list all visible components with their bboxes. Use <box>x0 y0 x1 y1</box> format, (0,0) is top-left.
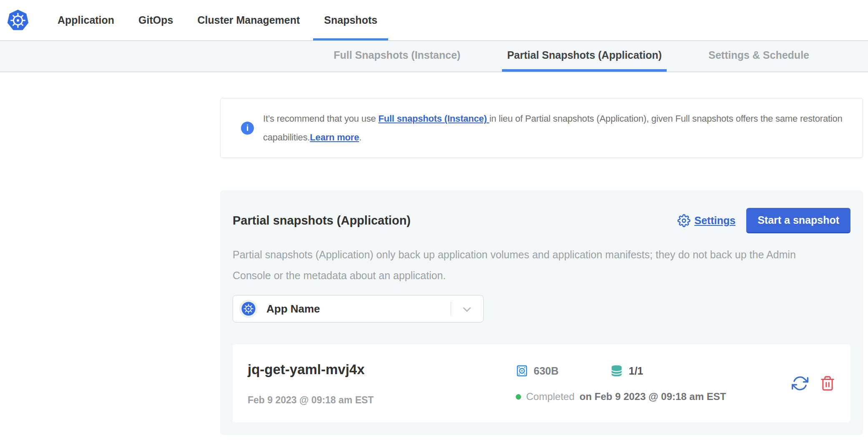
settings-link[interactable]: Settings <box>677 214 736 227</box>
chevron-down-icon <box>461 303 473 316</box>
select-divider <box>451 302 451 316</box>
snapshot-name: jq-get-yaml-mvj4x <box>248 361 516 378</box>
status-dot-icon <box>516 394 521 400</box>
kubernetes-icon <box>241 301 256 316</box>
snapshot-size: 630B <box>516 365 610 377</box>
restore-snapshot-button[interactable] <box>792 375 808 392</box>
status-label: Completed <box>526 391 574 402</box>
snapshot-stats-line: 630B 1/1 <box>516 364 726 378</box>
panel-actions: Settings Start a snapshot <box>677 208 851 233</box>
snapshot-stats: 630B 1/1 Completed on Feb 9 2023 @ 09:18… <box>516 364 726 402</box>
app-name-select[interactable]: App Name <box>233 295 484 322</box>
snapshot-row: jq-get-yaml-mvj4x Feb 9 2023 @ 09:18 am … <box>233 344 850 422</box>
delete-snapshot-button[interactable] <box>820 375 835 391</box>
snapshot-actions <box>792 375 835 392</box>
snapshot-volumes: 1/1 <box>610 364 643 378</box>
tab-settings-schedule[interactable]: Settings & Schedule <box>703 41 814 72</box>
snapshot-size-value: 630B <box>534 365 559 377</box>
info-banner: i It’s recommend that you use Full snaps… <box>220 98 863 158</box>
nav-item-gitops[interactable]: GitOps <box>138 0 173 40</box>
kubernetes-logo-icon <box>7 9 29 32</box>
info-text-end: . <box>359 132 361 142</box>
panel-header: Partial snapshots (Application) Settings… <box>233 208 850 233</box>
app-select-value: App Name <box>266 302 320 315</box>
top-nav-items: Application GitOps Cluster Management Sn… <box>58 0 377 40</box>
settings-link-label: Settings <box>695 215 736 227</box>
status-timestamp: on Feb 9 2023 @ 09:18 am EST <box>580 391 726 402</box>
app-badge <box>239 300 258 318</box>
nav-item-application[interactable]: Application <box>58 0 114 40</box>
snapshot-started-date: Feb 9 2023 @ 09:18 am EST <box>248 395 516 406</box>
nav-item-snapshots[interactable]: Snapshots <box>324 0 377 40</box>
info-text-start: It’s recommend that you use <box>263 113 378 124</box>
start-snapshot-button[interactable]: Start a snapshot <box>746 208 850 233</box>
delete-icon <box>820 375 835 391</box>
snapshot-main: jq-get-yaml-mvj4x Feb 9 2023 @ 09:18 am … <box>248 361 516 406</box>
disk-icon <box>516 365 528 377</box>
restore-icon <box>792 375 808 392</box>
partial-snapshots-panel: Partial snapshots (Application) Settings… <box>220 190 863 435</box>
snapshot-status: Completed on Feb 9 2023 @ 09:18 am EST <box>516 391 726 402</box>
panel-title: Partial snapshots (Application) <box>233 214 411 228</box>
info-icon: i <box>241 122 254 135</box>
snapshot-volumes-value: 1/1 <box>629 365 643 377</box>
full-snapshots-link[interactable]: Full snapshots (Instance) <box>378 113 489 124</box>
snapshots-sub-navigation: Full Snapshots (Instance) Partial Snapsh… <box>0 40 868 72</box>
database-icon <box>610 364 623 378</box>
tab-partial-snapshots-application[interactable]: Partial Snapshots (Application) <box>502 41 667 72</box>
kubernetes-logo <box>7 0 29 40</box>
info-banner-text: It’s recommend that you use Full snapsho… <box>263 109 853 147</box>
nav-item-cluster-management[interactable]: Cluster Management <box>197 0 300 40</box>
learn-more-link[interactable]: Learn more <box>310 132 359 142</box>
tab-full-snapshots-instance[interactable]: Full Snapshots (Instance) <box>329 41 465 72</box>
panel-description: Partial snapshots (Application) only bac… <box>233 244 816 286</box>
gear-icon <box>677 214 690 227</box>
top-navigation: Application GitOps Cluster Management Sn… <box>0 0 868 40</box>
